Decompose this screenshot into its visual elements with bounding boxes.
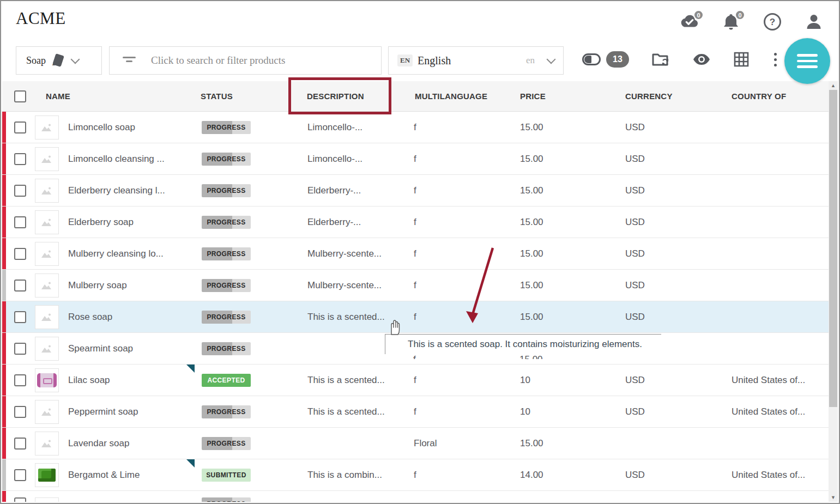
product-description: This is a scented... [291,375,408,386]
product-price: 15.00 [512,122,618,133]
product-thumbnail [35,274,59,297]
product-description: Limoncello-... [291,122,408,133]
preview-button[interactable] [692,53,711,66]
row-checkbox[interactable] [14,406,26,418]
locale-selector[interactable]: EN English en [388,46,564,75]
lilac-soap-image [37,373,57,387]
more-options-button[interactable] [774,53,777,66]
table-row[interactable]: Lavendar soap PROGRESS Floral 15.00 [2,428,831,459]
table-row[interactable]: Limoncello cleansing ... PROGRESS Limonc… [2,143,831,175]
row-checkbox[interactable] [14,343,26,355]
product-name: Limoncello cleansing ... [63,154,193,165]
bergamot-soap-image [38,469,56,482]
product-thumbnail [35,337,59,361]
row-checkbox[interactable] [14,438,26,450]
completeness-stripe [2,112,6,143]
product-multilanguage: f [408,122,512,133]
table-row[interactable]: Mulberry cleansing lo... PROGRESS Mulber… [2,238,831,270]
status-badge: PROGRESS [202,216,251,229]
tasks-button[interactable]: 0 [680,13,699,31]
locale-code-right: en [526,55,535,66]
column-header-name[interactable]: NAME [35,92,193,101]
column-header-description[interactable]: DESCRIPTION [291,92,408,101]
user-menu-button[interactable] [804,13,824,31]
completeness-stripe [2,175,6,206]
category-selector[interactable]: Soap ▲ [16,46,102,75]
completeness-stripe [2,238,6,269]
column-header-multilanguage[interactable]: MULTILANGUAGE [408,92,512,101]
row-checkbox[interactable] [14,280,26,292]
row-checkbox[interactable] [14,497,26,502]
view-toggle-icon[interactable] [582,53,601,65]
table-row[interactable]: Limoncello soap PROGRESS Limoncello-... … [2,112,831,143]
column-header-currency[interactable]: CURRENCY [618,92,724,101]
product-name: Rose soap [63,312,193,323]
table-row-partial[interactable]: PROGRESS [2,491,831,502]
product-multilanguage: f [408,375,512,386]
category-selector-label: Soap [26,55,46,66]
folder-sync-button[interactable] [652,52,669,67]
status-badge: PROGRESS [202,437,251,450]
table-row[interactable]: Elderberry soap PROGRESS Elderberry-... … [2,207,831,238]
product-description: Mulberry-scente... [291,280,408,291]
help-button[interactable]: ? [763,13,782,31]
search-placeholder: Click to search or filter products [151,54,285,66]
table-row[interactable]: Lilac soap ACCEPTED This is a scented...… [2,365,831,396]
status-badge: PROGRESS [202,405,251,418]
category-swatch-icon: ▲ [51,54,64,67]
product-country: United States of... [724,375,831,386]
product-thumbnail [35,497,59,502]
table-row[interactable]: Peppermint soap PROGRESS This is a scent… [2,396,831,428]
chevron-down-icon [71,55,80,64]
product-description: Elderberry-... [291,185,408,196]
search-input[interactable]: Click to search or filter products [109,46,382,75]
brand-logo: ACME [16,9,66,28]
column-header-price[interactable]: PRICE [512,92,618,101]
product-price: 15.00 [512,280,618,291]
product-price: 15.00 [512,154,618,165]
product-country: United States of... [724,470,831,481]
column-header-status[interactable]: STATUS [193,92,291,101]
folder-sync-icon [652,52,669,67]
row-checkbox[interactable] [14,185,26,197]
column-header-country[interactable]: COUNTRY OF [724,92,831,101]
table-row[interactable]: Mulberry soap PROGRESS Mulberry-scente..… [2,270,831,301]
completeness-stripe [2,428,6,459]
row-checkbox[interactable] [14,122,26,133]
table-row[interactable]: Elderberry cleansing l... PROGRESS Elder… [2,175,831,207]
flag-corner-icon [186,365,195,373]
product-price: 15.00 [512,438,618,449]
obscured-row-fragments: f 15.00 [385,354,661,359]
row-checkbox[interactable] [14,216,26,228]
product-thumbnail [35,463,59,487]
scroll-down-arrow[interactable]: ▼ [829,493,838,502]
product-multilanguage: f [408,470,512,481]
user-icon [805,13,823,31]
scrollbar-thumb[interactable] [829,90,837,407]
table-row[interactable]: Bergamot & Lime SUBMITTED This is a comb… [2,459,831,491]
status-badge: PROGRESS [202,121,251,134]
table-row[interactable]: Rose soap PROGRESS This is a scented... … [2,301,831,333]
product-description: This is a scented... [291,406,408,417]
row-checkbox[interactable] [14,153,26,165]
row-checkbox[interactable] [14,469,26,481]
row-checkbox[interactable] [14,374,26,386]
column-settings-button[interactable] [734,52,749,67]
product-price: 10 [512,406,618,417]
main-menu-fab[interactable] [784,38,830,84]
notifications-button[interactable]: 0 [721,13,741,31]
vertical-scrollbar[interactable]: ▲ ▼ [829,81,838,502]
product-country: United States of... [724,406,831,417]
row-checkbox[interactable] [14,311,26,323]
product-description: Limoncello-... [291,154,408,165]
completeness-stripe [2,333,6,364]
product-name: Limoncello soap [63,122,193,133]
locale-label: English [418,54,451,67]
product-currency: USD [618,122,724,133]
row-checkbox[interactable] [14,248,26,260]
product-multilanguage: f [408,217,512,228]
product-multilanguage: f [408,406,512,417]
scroll-up-arrow[interactable]: ▲ [829,81,838,90]
select-all-checkbox[interactable] [14,90,26,102]
product-thumbnail [35,179,59,203]
